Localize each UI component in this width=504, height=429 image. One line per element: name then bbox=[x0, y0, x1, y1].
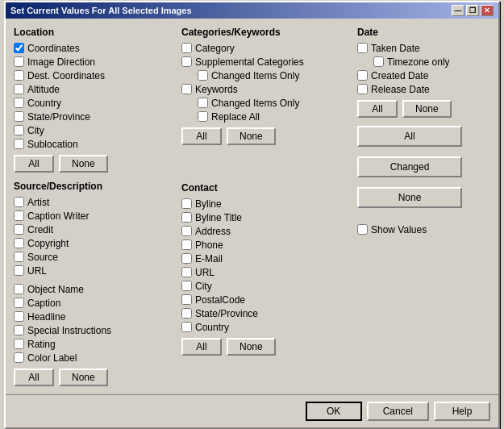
restore-button[interactable]: ❐ bbox=[466, 5, 479, 16]
source-bottom-cb-2[interactable] bbox=[14, 311, 24, 322]
source-bottom-item-3[interactable]: Special Instructions bbox=[14, 325, 175, 336]
contact-none-button[interactable]: None bbox=[227, 338, 276, 356]
right-changed-button[interactable]: Changed bbox=[357, 156, 462, 177]
source-bottom-item-0[interactable]: Object Name bbox=[14, 284, 175, 295]
source-bottom-cb-0[interactable] bbox=[14, 284, 24, 294]
contact-item-4[interactable]: E-Mail bbox=[181, 253, 351, 264]
contact-item-6[interactable]: City bbox=[181, 281, 351, 292]
created-date-item[interactable]: Created Date bbox=[357, 70, 490, 81]
contact-item-1[interactable]: Byline Title bbox=[181, 212, 351, 223]
source-bottom-item-5[interactable]: Color Label bbox=[14, 352, 175, 364]
source-top-cb-2[interactable] bbox=[14, 224, 24, 235]
contact-item-0[interactable]: Byline bbox=[181, 198, 351, 210]
source-top-cb-0[interactable] bbox=[14, 197, 24, 207]
cancel-button[interactable]: Cancel bbox=[367, 402, 429, 421]
location-item-7[interactable]: Sublocation bbox=[14, 139, 175, 150]
location-checkbox-7[interactable] bbox=[14, 139, 24, 149]
changed-items-kw-checkbox[interactable] bbox=[198, 98, 208, 108]
close-button[interactable]: ✕ bbox=[481, 5, 494, 16]
source-bottom-cb-4[interactable] bbox=[14, 339, 24, 349]
source-top-item-4[interactable]: Source bbox=[14, 252, 175, 263]
contact-cb-2[interactable] bbox=[181, 226, 192, 236]
date-all-button[interactable]: All bbox=[357, 100, 398, 118]
contact-item-2[interactable]: Address bbox=[181, 226, 351, 237]
source-top-item-2[interactable]: Credit bbox=[14, 224, 175, 235]
release-date-item[interactable]: Release Date bbox=[357, 84, 490, 95]
location-none-button[interactable]: None bbox=[59, 155, 108, 173]
contact-cb-4[interactable] bbox=[181, 253, 192, 264]
source-bottom-item-1[interactable]: Caption bbox=[14, 298, 175, 309]
right-all-button[interactable]: All bbox=[357, 126, 462, 147]
location-all-button[interactable]: All bbox=[14, 155, 54, 173]
timezone-checkbox[interactable] bbox=[373, 56, 384, 67]
contact-item-9[interactable]: Country bbox=[181, 322, 351, 333]
location-item-3[interactable]: Altitude bbox=[14, 84, 175, 95]
keywords-item[interactable]: Keywords bbox=[181, 84, 351, 95]
minimize-button[interactable]: — bbox=[452, 5, 464, 16]
location-checkbox-2[interactable] bbox=[14, 70, 24, 81]
source-all-button[interactable]: All bbox=[14, 369, 54, 386]
date-none-button[interactable]: None bbox=[402, 100, 452, 118]
taken-date-item[interactable]: Taken Date bbox=[357, 43, 490, 54]
contact-all-button[interactable]: All bbox=[181, 338, 222, 356]
source-top-cb-3[interactable] bbox=[14, 238, 24, 248]
taken-date-checkbox[interactable] bbox=[357, 43, 368, 53]
source-top-item-3[interactable]: Copyright bbox=[14, 238, 175, 249]
location-item-5[interactable]: State/Province bbox=[14, 111, 175, 123]
keywords-checkbox[interactable] bbox=[181, 84, 192, 94]
contact-cb-8[interactable] bbox=[181, 308, 192, 319]
location-item-0[interactable]: Coordinates bbox=[14, 43, 175, 54]
location-checkbox-1[interactable] bbox=[14, 56, 24, 67]
location-item-6[interactable]: City bbox=[14, 125, 175, 136]
release-date-checkbox[interactable] bbox=[357, 84, 368, 94]
supplemental-checkbox[interactable] bbox=[181, 56, 192, 67]
supplemental-item[interactable]: Supplemental Categories bbox=[181, 56, 351, 68]
category-checkbox[interactable] bbox=[181, 43, 192, 53]
replace-all-item[interactable]: Replace All bbox=[198, 111, 351, 123]
contact-item-5[interactable]: URL bbox=[181, 267, 351, 278]
location-item-1[interactable]: Image Direction bbox=[14, 56, 175, 68]
show-values-item[interactable]: Show Values bbox=[357, 224, 490, 235]
help-button[interactable]: Help bbox=[434, 402, 490, 421]
source-bottom-item-4[interactable]: Rating bbox=[14, 339, 175, 350]
timezone-item[interactable]: Timezone only bbox=[373, 56, 490, 68]
contact-item-3[interactable]: Phone bbox=[181, 239, 351, 251]
contact-item-7[interactable]: PostalCode bbox=[181, 294, 351, 306]
changed-items-kw-item[interactable]: Changed Items Only bbox=[198, 98, 351, 109]
source-top-cb-1[interactable] bbox=[14, 210, 24, 221]
location-checkbox-6[interactable] bbox=[14, 125, 24, 135]
source-bottom-item-2[interactable]: Headline bbox=[14, 311, 175, 323]
contact-cb-6[interactable] bbox=[181, 281, 192, 291]
source-top-item-0[interactable]: Artist bbox=[14, 197, 175, 208]
location-checkbox-0[interactable] bbox=[14, 43, 24, 53]
category-item[interactable]: Category bbox=[181, 43, 351, 54]
show-values-checkbox[interactable] bbox=[357, 224, 368, 235]
changed-items-cat-checkbox[interactable] bbox=[198, 70, 208, 81]
source-bottom-cb-3[interactable] bbox=[14, 325, 24, 335]
location-item-2[interactable]: Dest. Coordinates bbox=[14, 70, 175, 81]
contact-cb-9[interactable] bbox=[181, 322, 192, 332]
created-date-checkbox[interactable] bbox=[357, 70, 368, 81]
location-checkbox-5[interactable] bbox=[14, 111, 24, 122]
categories-none-button[interactable]: None bbox=[227, 127, 276, 145]
location-item-4[interactable]: Country bbox=[14, 98, 175, 109]
source-top-cb-5[interactable] bbox=[14, 265, 24, 276]
changed-items-cat-item[interactable]: Changed Items Only bbox=[198, 70, 351, 81]
ok-button[interactable]: OK bbox=[306, 402, 362, 421]
source-none-button[interactable]: None bbox=[59, 369, 108, 386]
location-checkbox-4[interactable] bbox=[14, 98, 24, 108]
source-bottom-cb-1[interactable] bbox=[14, 298, 24, 308]
right-none-button[interactable]: None bbox=[357, 187, 462, 208]
contact-cb-3[interactable] bbox=[181, 239, 192, 250]
replace-all-checkbox[interactable] bbox=[198, 111, 208, 122]
contact-cb-7[interactable] bbox=[181, 294, 192, 305]
contact-item-8[interactable]: State/Province bbox=[181, 308, 351, 319]
source-top-item-1[interactable]: Caption Writer bbox=[14, 210, 175, 222]
contact-cb-0[interactable] bbox=[181, 198, 192, 209]
source-top-cb-4[interactable] bbox=[14, 252, 24, 262]
source-top-item-5[interactable]: URL bbox=[14, 265, 175, 277]
contact-cb-1[interactable] bbox=[181, 212, 192, 223]
categories-all-button[interactable]: All bbox=[181, 127, 222, 145]
location-checkbox-3[interactable] bbox=[14, 84, 24, 94]
contact-cb-5[interactable] bbox=[181, 267, 192, 277]
